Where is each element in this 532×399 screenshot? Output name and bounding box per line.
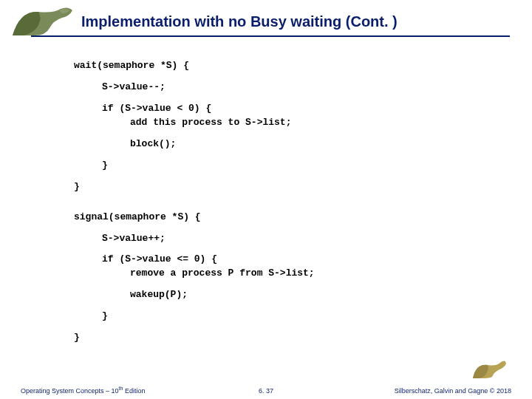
- code-line: remove a process P from S->list;: [74, 268, 502, 279]
- code-line: }: [74, 332, 502, 344]
- code-line: wait(semaphore *S) {: [74, 61, 502, 72]
- slide-header: Implementation with no Busy waiting (Con…: [0, 0, 532, 44]
- code-line: block();: [74, 139, 502, 150]
- code-line: S->value++;: [74, 233, 502, 245]
- dinosaur-logo-top-icon: [9, 3, 75, 38]
- code-line: S->value--;: [74, 82, 502, 93]
- code-line: }: [74, 182, 502, 193]
- slide-title: Implementation with no Busy waiting (Con…: [81, 13, 532, 30]
- code-line: wakeup(P);: [74, 290, 502, 301]
- code-line: if (S->value <= 0) {: [74, 254, 502, 265]
- code-line: signal(semaphore *S) {: [74, 212, 502, 223]
- dinosaur-logo-bottom-icon: [471, 358, 507, 380]
- footer-page-number: 6. 37: [259, 387, 273, 395]
- slide-footer: Operating System Concepts – 10th Edition…: [0, 381, 532, 399]
- code-line: }: [74, 160, 502, 171]
- footer-left: Operating System Concepts – 10th Edition: [21, 386, 145, 395]
- footer-book-prefix: Operating System Concepts – 10: [21, 387, 119, 395]
- code-block: wait(semaphore *S) { S->value--; if (S->…: [74, 61, 502, 347]
- header-divider: [31, 35, 510, 37]
- footer-book-suffix: Edition: [123, 387, 145, 395]
- code-line: if (S->value < 0) {: [74, 103, 502, 115]
- footer-copyright: Silberschatz, Galvin and Gagne © 2018: [395, 387, 511, 395]
- code-line: }: [74, 311, 502, 322]
- code-line: add this process to S->list;: [74, 117, 502, 129]
